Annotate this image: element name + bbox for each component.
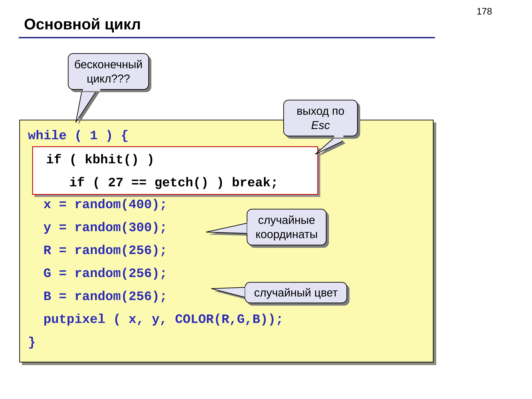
page-title: Основной цикл	[24, 15, 141, 33]
highlight-box: if ( kbhit() ) if ( 27 == getch() ) brea…	[32, 146, 318, 195]
callout-line: случайный цвет	[254, 285, 338, 300]
tail-mask	[247, 222, 249, 234]
callout-tail-color	[211, 283, 250, 302]
callout-random-coords: случайные координаты	[247, 209, 327, 245]
callout-line: бесконечный	[74, 57, 143, 71]
callout-line: цикл???	[87, 72, 130, 86]
page-number: 178	[476, 6, 492, 17]
tail-mask	[334, 135, 343, 138]
callout-infinite-loop: бесконечный цикл???	[68, 53, 149, 90]
tail-mask	[83, 89, 100, 91]
callout-esc-exit: выход по Esc	[283, 100, 358, 136]
tail-mask	[245, 287, 247, 298]
callout-line: выход по	[297, 104, 344, 118]
slide: 178 Основной цикл while ( 1 ) { x = rand…	[0, 0, 532, 399]
callout-line: координаты	[255, 227, 318, 241]
highlight-code: if ( kbhit() ) if ( 27 == getch() ) brea…	[38, 148, 278, 194]
callout-tail-esc	[311, 136, 348, 157]
callout-tail-infinite	[66, 88, 101, 125]
heading-rule	[19, 37, 435, 38]
callout-line: Esc	[311, 118, 330, 132]
callout-line: случайные	[258, 213, 315, 227]
callout-random-color: случайный цвет	[245, 282, 347, 303]
callout-tail-coords	[206, 220, 251, 239]
